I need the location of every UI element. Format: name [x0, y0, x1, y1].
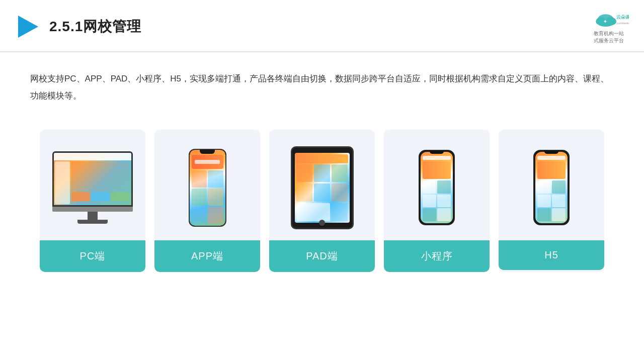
app-phone-icon: [189, 149, 226, 227]
card-app: APP端: [154, 130, 260, 272]
card-pc: PC端: [40, 130, 145, 272]
pad-tablet-icon: [291, 146, 354, 229]
card-h5: H5: [499, 130, 604, 272]
card-pc-label: PC端: [40, 240, 145, 272]
card-miniprogram: 小程序: [384, 130, 490, 272]
card-pad-label: PAD端: [269, 240, 375, 272]
description-text: 网校支持PC、APP、PAD、小程序、H5，实现多端打通，产品各终端自由切换，数…: [30, 70, 614, 105]
page-title: 2.5.1网校管理: [49, 17, 141, 36]
cards-container: PC端: [0, 120, 644, 287]
card-h5-image: [499, 130, 604, 240]
card-app-image: [154, 130, 260, 240]
card-h5-label: H5: [499, 240, 604, 270]
svg-marker-0: [18, 16, 38, 38]
svg-text:✦: ✦: [603, 19, 607, 24]
h5-phone-icon: [533, 150, 570, 225]
card-pad: PAD端: [269, 130, 375, 272]
logo-area: ✦ 云朵课堂 yunduoketang.com 教育机构一站 式服务云平台: [589, 9, 629, 44]
card-pad-image: [269, 130, 375, 240]
svg-text:yunduoketang.com: yunduoketang.com: [616, 21, 629, 25]
yunduoketang-logo: ✦ 云朵课堂 yunduoketang.com: [589, 9, 629, 29]
card-miniprogram-image: [384, 130, 490, 240]
card-pc-image: [40, 130, 145, 240]
card-miniprogram-label: 小程序: [384, 240, 490, 272]
logo-tagline2: 式服务云平台: [594, 37, 624, 44]
pc-monitor-icon: [52, 151, 133, 224]
header: 2.5.1网校管理 ✦ 云朵课堂 yunduoketang.com 教育机构一站…: [0, 0, 644, 52]
description-block: 网校支持PC、APP、PAD、小程序、H5，实现多端打通，产品各终端自由切换，数…: [0, 52, 644, 115]
header-left: 2.5.1网校管理: [15, 14, 141, 40]
miniprogram-phone-icon: [419, 150, 455, 225]
svg-text:云朵课堂: 云朵课堂: [616, 15, 629, 20]
card-app-label: APP端: [154, 240, 260, 272]
logo-tagline1: 教育机构一站: [594, 30, 624, 37]
brand-play-icon: [15, 14, 41, 40]
